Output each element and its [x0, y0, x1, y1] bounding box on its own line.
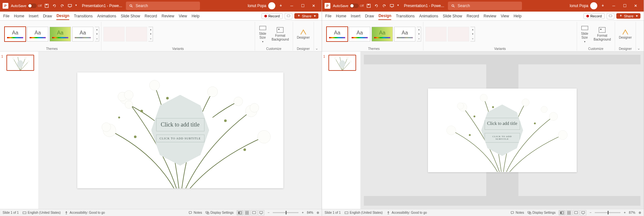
save-icon[interactable]	[366, 4, 371, 8]
present-icon[interactable]	[390, 4, 394, 8]
theme-thumb-3[interactable]: Aa	[372, 27, 393, 42]
zoom-slider[interactable]	[273, 212, 298, 213]
zoom-percent[interactable]: 84%	[307, 211, 313, 214]
theme-thumb-1[interactable]: Aa	[5, 27, 26, 42]
subtitle-placeholder[interactable]: CLICK TO ADD SUBTITLE	[156, 135, 204, 142]
tab-insert[interactable]: Insert	[29, 13, 38, 20]
variants-more-icon[interactable]: ▴▾▿	[148, 27, 153, 42]
theme-thumb-2[interactable]: Aa	[27, 27, 48, 42]
slideshow-view-icon[interactable]	[580, 210, 586, 215]
tab-file[interactable]: File	[3, 13, 9, 20]
qat-more-icon[interactable]: ▾	[397, 4, 399, 8]
maximize-icon[interactable]: ☐	[619, 0, 630, 12]
designer-button[interactable]: Designer	[295, 29, 312, 40]
comments-button[interactable]	[285, 13, 292, 19]
redo-icon[interactable]	[60, 4, 64, 8]
slide-canvas-area[interactable]: Click to add title CLICK TO ADD SUBTITLE	[361, 52, 644, 209]
tab-home[interactable]: Home	[336, 13, 346, 20]
variant-thumb-1[interactable]	[103, 27, 125, 42]
language-status[interactable]: English (United States)	[23, 211, 61, 215]
mic-icon[interactable]	[275, 0, 286, 12]
fit-window-icon[interactable]: ⊕	[639, 211, 641, 214]
slideshow-view-icon[interactable]	[258, 210, 264, 215]
reading-view-icon[interactable]	[251, 210, 257, 215]
share-button[interactable]: Share▾	[294, 13, 318, 19]
sorter-view-icon[interactable]	[566, 210, 572, 215]
theme-thumb-4[interactable]: Aa	[394, 27, 415, 42]
title-placeholder[interactable]: Click to add title	[485, 118, 520, 129]
toggle-switch[interactable]	[28, 4, 37, 8]
tab-file[interactable]: File	[325, 13, 331, 20]
record-button[interactable]: Record	[261, 13, 282, 19]
tab-animations[interactable]: Animations	[97, 13, 116, 20]
tab-transitions[interactable]: Transitions	[396, 13, 414, 20]
comments-button[interactable]	[607, 13, 614, 19]
accessibility-status[interactable]: Accessibility: Good to go	[386, 211, 427, 215]
tab-review[interactable]: Review	[162, 13, 174, 20]
slide-size-button[interactable]: Slide Size▾	[257, 25, 269, 43]
qat-more-icon[interactable]: ▾	[75, 4, 77, 8]
slide-canvas[interactable]: Click to add title CLICK TO ADD SUBTITLE	[77, 72, 283, 188]
slide-counter[interactable]: Slide 1 of 1	[325, 211, 341, 214]
tab-slideshow[interactable]: Slide Show	[443, 13, 462, 20]
tab-design[interactable]: Design	[56, 12, 69, 20]
slide-thumbnail-1[interactable]	[328, 55, 356, 71]
filename[interactable]: Presentation1 - Powe...	[82, 4, 122, 8]
slide-size-button[interactable]: Slide Size▾	[579, 25, 591, 43]
tab-record[interactable]: Record	[467, 13, 479, 20]
zoom-out-icon[interactable]: −	[268, 211, 270, 214]
zoom-slider[interactable]	[595, 212, 620, 213]
zoom-out-icon[interactable]: −	[590, 211, 592, 214]
tab-help[interactable]: Help	[192, 13, 200, 20]
theme-thumb-3[interactable]: Aa	[50, 27, 71, 42]
minimize-icon[interactable]: ─	[286, 0, 297, 12]
filename[interactable]: Presentation1 - Powe...	[404, 4, 444, 8]
tab-draw[interactable]: Draw	[43, 13, 52, 20]
present-icon[interactable]	[68, 4, 72, 8]
zoom-in-icon[interactable]: +	[302, 211, 304, 214]
variants-more-icon[interactable]: ▴▾▿	[470, 27, 475, 42]
tab-view[interactable]: View	[179, 13, 187, 20]
zoom-percent[interactable]: 87%	[629, 211, 635, 214]
format-background-button[interactable]: Format Background	[270, 27, 291, 42]
themes-more-icon[interactable]: ▴▾▿	[95, 27, 99, 42]
tab-animations[interactable]: Animations	[419, 13, 438, 20]
tab-record[interactable]: Record	[145, 13, 157, 20]
variant-thumb-2[interactable]	[126, 27, 147, 42]
slide-canvas[interactable]: Click to add title CLICK TO ADD SUBTITLE	[428, 89, 577, 172]
undo-icon[interactable]	[374, 4, 379, 8]
tab-home[interactable]: Home	[14, 13, 24, 20]
undo-icon[interactable]	[52, 4, 57, 8]
close-icon[interactable]: ✕	[630, 0, 641, 12]
tab-draw[interactable]: Draw	[365, 13, 374, 20]
tab-help[interactable]: Help	[514, 13, 522, 20]
display-settings-button[interactable]: Display Settings	[205, 211, 234, 215]
tab-transitions[interactable]: Transitions	[74, 13, 92, 20]
toggle-switch[interactable]	[350, 4, 359, 8]
variant-thumb-1[interactable]	[425, 27, 447, 42]
slide-counter[interactable]: Slide 1 of 1	[3, 211, 19, 214]
subtitle-placeholder[interactable]: CLICK TO ADD SUBTITLE	[485, 133, 520, 143]
format-background-button[interactable]: Format Background	[592, 27, 613, 42]
search-box[interactable]: Search	[126, 2, 200, 10]
tab-review[interactable]: Review	[484, 13, 496, 20]
notes-button[interactable]: Notes	[188, 211, 202, 215]
save-icon[interactable]	[44, 4, 49, 8]
zoom-in-icon[interactable]: +	[624, 211, 626, 214]
autosave-toggle[interactable]: AutoSave Off	[333, 4, 364, 8]
redo-icon[interactable]	[382, 4, 386, 8]
reading-view-icon[interactable]	[573, 210, 579, 215]
tab-view[interactable]: View	[501, 13, 509, 20]
sorter-view-icon[interactable]	[244, 210, 250, 215]
accessibility-status[interactable]: Accessibility: Good to go	[64, 211, 105, 215]
record-button[interactable]: Record	[583, 13, 604, 19]
minimize-icon[interactable]: ─	[608, 0, 619, 12]
notes-button[interactable]: Notes	[510, 211, 524, 215]
designer-button[interactable]: Designer	[617, 29, 634, 40]
normal-view-icon[interactable]	[559, 210, 565, 215]
mic-icon[interactable]	[597, 0, 608, 12]
search-box[interactable]: Search	[448, 2, 522, 10]
title-placeholder[interactable]: Click to add title	[156, 118, 204, 131]
autosave-toggle[interactable]: AutoSave Off	[11, 4, 42, 8]
variant-thumb-2[interactable]	[448, 27, 469, 42]
